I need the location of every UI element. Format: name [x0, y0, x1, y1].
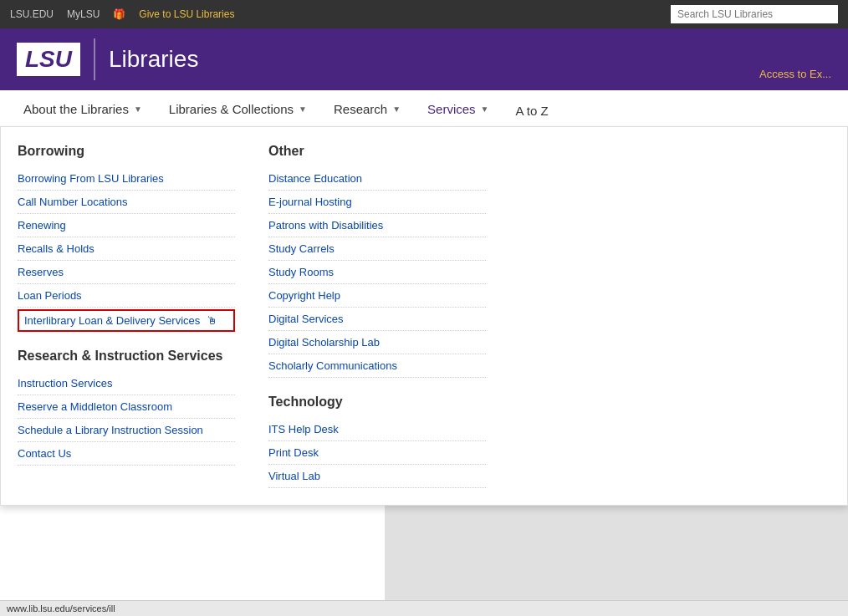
link-patrons-disabilities[interactable]: Patrons with Disabilities	[268, 214, 486, 237]
nav-research[interactable]: Research ▼	[320, 90, 414, 130]
link-schedule-instruction[interactable]: Schedule a Library Instruction Session	[18, 419, 235, 442]
my-lsu-link[interactable]: MyLSU	[67, 8, 100, 20]
link-loan-periods[interactable]: Loan Periods	[18, 284, 235, 308]
link-digital-services[interactable]: Digital Services	[268, 308, 486, 331]
link-borrowing-from-lsu[interactable]: Borrowing From LSU Libraries	[18, 167, 235, 191]
nav-services-arrow: ▼	[481, 104, 489, 114]
header: LSU Libraries Access to Ex...	[0, 28, 848, 90]
nav-about-label: About the Libraries	[23, 102, 129, 116]
nav-atoz[interactable]: A to Z	[503, 92, 562, 130]
lsu-edu-link[interactable]: LSU.EDU	[10, 8, 54, 20]
nav-bar: About the Libraries ▼ Libraries & Collec…	[0, 90, 848, 131]
link-recalls-holds[interactable]: Recalls & Holds	[18, 237, 235, 261]
link-scholarly-comm[interactable]: Scholarly Communications	[268, 354, 486, 378]
link-copyright-help[interactable]: Copyright Help	[268, 284, 486, 308]
nav-about-arrow: ▼	[134, 104, 142, 114]
services-dropdown: Borrowing Borrowing From LSU Libraries C…	[0, 126, 848, 506]
status-bar: www.lib.lsu.edu/services/ill	[0, 600, 848, 616]
link-its-help[interactable]: ITS Help Desk	[268, 418, 486, 441]
link-contact-us[interactable]: Contact Us	[18, 442, 235, 466]
nav-collections[interactable]: Libraries & Collections ▼	[156, 90, 320, 130]
libraries-text: Libraries	[109, 46, 198, 73]
link-print-desk[interactable]: Print Desk	[268, 441, 486, 465]
search-input-top[interactable]	[671, 5, 838, 23]
other-section: Other Distance Education E-journal Hosti…	[268, 144, 486, 488]
other-title: Other	[268, 144, 486, 159]
technology-title: Technology	[268, 395, 486, 410]
status-url: www.lib.lsu.edu/services/ill	[7, 603, 115, 613]
nav-services[interactable]: Services ▼	[414, 90, 502, 130]
borrowing-section: Borrowing Borrowing From LSU Libraries C…	[18, 144, 235, 488]
logo-area: LSU Libraries	[17, 38, 198, 80]
link-distance-ed[interactable]: Distance Education	[268, 167, 486, 191]
nav-collections-arrow: ▼	[299, 104, 307, 114]
link-digital-scholarship[interactable]: Digital Scholarship Lab	[268, 331, 486, 354]
nav-research-label: Research	[334, 102, 387, 116]
link-study-rooms[interactable]: Study Rooms	[268, 261, 486, 284]
borrowing-title: Borrowing	[18, 144, 235, 159]
link-study-carrels[interactable]: Study Carrels	[268, 237, 486, 261]
link-call-number-locations[interactable]: Call Number Locations	[18, 191, 235, 214]
logo-divider	[94, 38, 95, 80]
nav-services-label: Services	[427, 102, 476, 116]
nav-about[interactable]: About the Libraries ▼	[10, 90, 156, 130]
link-instruction-services[interactable]: Instruction Services	[18, 372, 235, 395]
research-instruction-title: Research & Instruction Services	[18, 349, 235, 364]
nav-container: About the Libraries ▼ Libraries & Collec…	[0, 90, 848, 131]
link-ejournal[interactable]: E-journal Hosting	[268, 191, 486, 214]
link-reserves[interactable]: Reserves	[18, 261, 235, 284]
link-virtual-lab[interactable]: Virtual Lab	[268, 465, 486, 488]
give-icon: 🎁	[113, 8, 125, 20]
nav-research-arrow: ▼	[392, 104, 401, 114]
access-text: Access to Ex...	[759, 68, 831, 80]
link-ill[interactable]: Interlibrary Loan & Delivery Services 🖱	[18, 309, 235, 332]
cursor-icon: 🖱	[207, 314, 217, 327]
link-renewing[interactable]: Renewing	[18, 214, 235, 237]
top-bar: LSU.EDU MyLSU 🎁 Give to LSU Libraries	[0, 0, 848, 28]
give-link[interactable]: Give to LSU Libraries	[139, 8, 234, 20]
lsu-logo[interactable]: LSU	[17, 43, 80, 76]
link-reserve-middleton[interactable]: Reserve a Middleton Classroom	[18, 395, 235, 419]
nav-collections-label: Libraries & Collections	[169, 102, 294, 116]
